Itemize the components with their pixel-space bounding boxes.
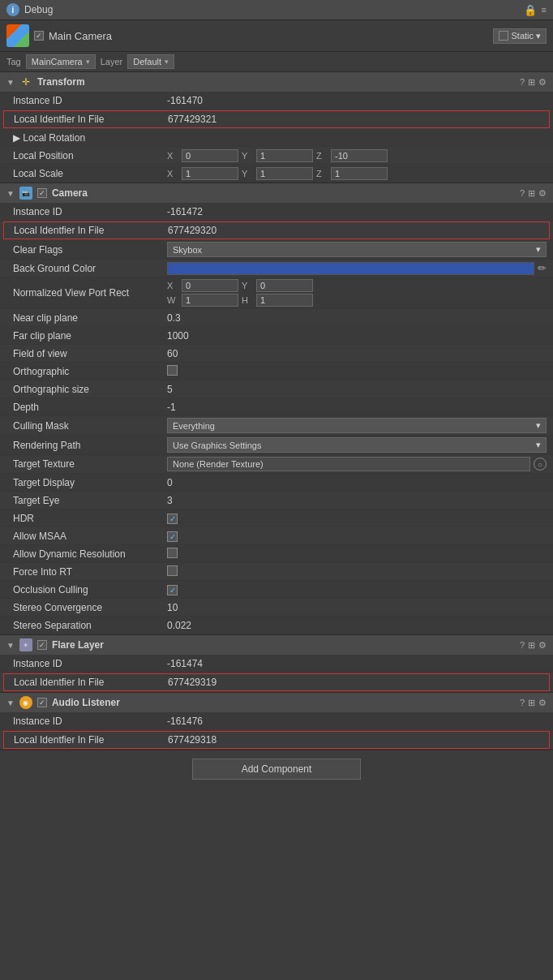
rendering-path-dropdown[interactable]: Use Graphics Settings ▾	[167, 437, 547, 453]
bg-color-swatch[interactable]	[167, 262, 534, 275]
clear-flags-field[interactable]: Skybox ▾	[167, 242, 547, 257]
near-clip-label: Near clip plane	[13, 312, 167, 324]
transform-collapse-arrow[interactable]: ▼	[6, 78, 15, 87]
camera-enable-check[interactable]: ✓	[37, 188, 47, 198]
flare-enable-check[interactable]: ✓	[37, 640, 47, 650]
rendering-path-value: Use Graphics Settings	[173, 441, 261, 450]
camera-collapse-arrow[interactable]: ▼	[6, 189, 15, 198]
z-label: Z	[316, 151, 328, 161]
tag-dropdown[interactable]: MainCamera ▾	[26, 54, 96, 69]
orthographic-checkbox[interactable]	[167, 365, 547, 378]
static-dropdown-arrow[interactable]: ▾	[536, 31, 541, 41]
camera-title: Camera	[52, 187, 515, 199]
orthographic-check[interactable]	[167, 365, 178, 376]
transform-btns: ? ⊞ ⚙	[520, 77, 547, 88]
camera-checkbox[interactable]: ✓	[34, 31, 44, 41]
transform-local-position-label: Local Position	[13, 150, 167, 161]
audio-listener-help-btn[interactable]: ?	[520, 698, 525, 708]
culling-mask-dropdown[interactable]: Everything ▾	[167, 418, 547, 433]
force-into-rt-check[interactable]	[167, 565, 178, 576]
vp-y-input[interactable]: 0	[256, 279, 313, 292]
occlusion-culling-check[interactable]	[167, 585, 178, 595]
transform-local-scale-values: X 1 Y 1 Z 1	[167, 167, 547, 180]
camera-layout-btn[interactable]: ⊞	[528, 188, 535, 199]
audio-listener-component: ▼ ◉ ✓ Audio Listener ? ⊞ ⚙ Instance ID -…	[0, 693, 553, 750]
allow-dyn-res-row: Allow Dynamic Resolution	[0, 545, 553, 563]
position-y-input[interactable]: 1	[256, 149, 313, 162]
flare-local-ident-row: Local Identfier In File 677429319	[3, 673, 550, 691]
top-bar: i Debug 🔒 ≡	[0, 0, 553, 20]
camera-help-btn[interactable]: ?	[520, 188, 525, 199]
rotation-arrow[interactable]: ▶	[13, 132, 20, 144]
audio-listener-icon: ◉	[19, 696, 32, 709]
audio-listener-layout-btn[interactable]: ⊞	[528, 698, 535, 708]
scale-y-input[interactable]: 1	[256, 167, 313, 180]
allow-msaa-check[interactable]	[167, 531, 178, 542]
camera-enable[interactable]: ✓	[37, 188, 47, 198]
orthographic-label: Orthographic	[13, 366, 167, 377]
add-component-button[interactable]: Add Component	[192, 759, 362, 780]
bg-color-label: Back Ground Color	[13, 263, 167, 274]
audio-listener-collapse[interactable]: ▼	[6, 698, 15, 707]
position-z-input[interactable]: -10	[331, 149, 388, 162]
transform-header: ▼ ✛ Transform ? ⊞ ⚙	[0, 72, 553, 92]
camera-settings-btn[interactable]: ⚙	[538, 188, 547, 199]
layer-value: Default	[133, 57, 161, 67]
layer-dropdown[interactable]: Default ▾	[127, 54, 174, 69]
target-texture-dropdown[interactable]: None (Render Texture)	[167, 457, 530, 471]
target-eye-row: Target Eye 3	[0, 492, 553, 509]
transform-local-position-values: X 0 Y 1 Z -10	[167, 149, 547, 162]
vp-w-input[interactable]: 1	[182, 294, 238, 307]
rendering-path-field[interactable]: Use Graphics Settings ▾	[167, 437, 547, 453]
clear-flags-value: Skybox	[173, 245, 202, 255]
camera-enable-checkbox[interactable]: ✓	[34, 31, 44, 41]
static-button[interactable]: Static ▾	[493, 28, 547, 44]
transform-local-ident-label: Local Identfier In File	[14, 114, 168, 125]
target-texture-circle-btn[interactable]: ○	[534, 458, 547, 471]
transform-local-rotation-row: ▶ Local Rotation	[0, 129, 553, 147]
audio-listener-enable[interactable]: ✓	[37, 698, 47, 707]
camera-name: Main Camera	[49, 30, 488, 42]
flare-layer-layout-btn[interactable]: ⊞	[528, 640, 535, 651]
stereo-convergence-value: 10	[167, 602, 547, 613]
camera-btns: ? ⊞ ⚙	[520, 188, 547, 199]
flare-layer-help-btn[interactable]: ?	[520, 640, 525, 651]
vp-x-input[interactable]: 0	[182, 279, 238, 292]
camera-local-ident-row: Local Identfier In File 677429320	[3, 221, 550, 239]
transform-layout-btn[interactable]: ⊞	[528, 77, 535, 88]
scale-x-input[interactable]: 1	[182, 167, 238, 180]
allow-dyn-res-checkbox[interactable]	[167, 548, 547, 561]
scale-z-input[interactable]: 1	[331, 167, 388, 180]
audio-enable-check[interactable]: ✓	[37, 698, 47, 707]
vp-h-input[interactable]: 1	[256, 294, 313, 307]
position-x-input[interactable]: 0	[182, 149, 238, 162]
lock-icon[interactable]: 🔒	[524, 4, 537, 16]
transform-icon: ✛	[19, 75, 32, 88]
culling-mask-field[interactable]: Everything ▾	[167, 418, 547, 433]
clear-flags-dropdown[interactable]: Skybox ▾	[167, 242, 547, 257]
far-clip-label: Far clip plane	[13, 330, 167, 342]
allow-dyn-res-check[interactable]	[167, 548, 178, 558]
transform-settings-btn[interactable]: ⚙	[538, 77, 547, 88]
audio-local-ident-label: Local Identfier In File	[14, 734, 168, 746]
menu-icon[interactable]: ≡	[542, 5, 547, 15]
transform-help-btn[interactable]: ?	[520, 77, 525, 88]
flare-layer-collapse[interactable]: ▼	[6, 641, 15, 650]
orth-size-row: Orthographic size 5	[0, 380, 553, 398]
flare-layer-settings-btn[interactable]: ⚙	[538, 640, 547, 651]
hdr-checkbox[interactable]	[167, 513, 547, 524]
flare-layer-enable[interactable]: ✓	[37, 640, 47, 650]
depth-label: Depth	[13, 402, 167, 413]
flare-instance-id-value: -161474	[167, 658, 547, 669]
stereo-separation-row: Stereo Separation 0.022	[0, 617, 553, 634]
allow-msaa-checkbox[interactable]	[167, 531, 547, 542]
hdr-check[interactable]	[167, 514, 178, 524]
pencil-icon[interactable]: ✏	[538, 262, 547, 274]
vp-y-label: Y	[242, 281, 253, 290]
audio-listener-settings-btn[interactable]: ⚙	[538, 698, 547, 708]
audio-local-ident-row: Local Identfier In File 677429318	[3, 731, 550, 749]
force-into-rt-checkbox[interactable]	[167, 565, 547, 578]
occlusion-culling-checkbox[interactable]	[167, 584, 547, 595]
camera-component: ▼ 📷 ✓ Camera ? ⊞ ⚙ Instance ID -161472 L…	[0, 183, 553, 635]
static-checkbox[interactable]	[499, 31, 508, 41]
